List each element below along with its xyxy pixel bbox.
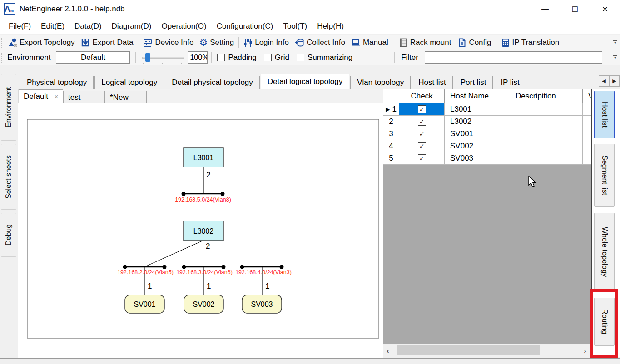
menu-tool[interactable]: Tool(T) (278, 22, 312, 31)
menu-file[interactable]: File(F) (4, 22, 36, 31)
summarizing-checkbox[interactable]: Summarizing (297, 53, 352, 62)
close-button[interactable]: ✕ (590, 0, 620, 18)
table-row[interactable]: 4✓SV002 (383, 140, 591, 152)
rack-mount-button[interactable]: Rack mount (395, 36, 454, 49)
tab-vlan-topology[interactable]: Vlan topology (350, 76, 411, 89)
collect-info-button[interactable]: Collect Info (292, 36, 348, 49)
export-topology-button[interactable]: Export Topology (5, 36, 78, 49)
menu-data[interactable]: Data(D) (69, 22, 107, 31)
table-row[interactable]: 5✓SV003 (383, 152, 591, 165)
vrf-cell[interactable] (583, 103, 591, 115)
grid-checkbox-box[interactable] (264, 54, 272, 61)
toolbar-overflow-icon[interactable]: ▼ (612, 55, 618, 59)
ip-translation-button[interactable]: IP Translation (498, 36, 562, 49)
column-vrf[interactable]: VRF (583, 89, 591, 103)
scrollbar-thumb[interactable] (397, 345, 540, 355)
ip-translation-icon (501, 38, 510, 48)
tab-port-list[interactable]: Port list (454, 76, 493, 89)
tab-logical-topology[interactable]: Logical topology (94, 76, 164, 89)
sheet-tab-new[interactable]: *New (105, 91, 147, 103)
setting-button[interactable]: ⚙ Setting (196, 36, 237, 49)
menu-edit[interactable]: Edit(E) (36, 22, 69, 31)
right-tab-whole-topology[interactable]: Whole topology (594, 213, 615, 291)
topology-canvas[interactable]: 22111192.168.5.0/24(Vlan8)192.168.2.0/24… (18, 103, 383, 359)
ip-translation-label: IP Translation (512, 38, 560, 47)
tab-host-list[interactable]: Host list (412, 76, 452, 89)
padding-checkbox-box[interactable] (217, 54, 225, 61)
sheet-tab-test[interactable]: test (63, 91, 105, 103)
device-info-button[interactable]: Device Info (140, 36, 196, 49)
menu-configuration[interactable]: Configuration(C) (212, 22, 278, 31)
device-node-label: SV002 (193, 300, 214, 308)
tab-scroll-right-icon[interactable]: ▶ (609, 75, 620, 87)
check-cell[interactable]: ✓ (399, 103, 445, 115)
manual-button[interactable]: Manual (348, 36, 391, 49)
vrf-cell[interactable] (583, 140, 591, 152)
tab-detail-logical-topology[interactable]: Detail logical topology (261, 74, 349, 89)
topology-diagram[interactable]: 22111192.168.5.0/24(Vlan8)192.168.2.0/24… (18, 103, 383, 359)
padding-checkbox[interactable]: Padding (217, 53, 256, 62)
description-cell[interactable] (510, 116, 583, 128)
table-row[interactable]: 2✓L3002 (383, 116, 591, 128)
vrf-cell[interactable] (583, 152, 591, 164)
export-topology-icon (7, 38, 17, 48)
horizontal-scrollbar[interactable]: ‹ › (383, 344, 591, 357)
summarizing-checkbox-box[interactable] (297, 54, 304, 61)
host-checkbox[interactable]: ✓ (418, 105, 426, 113)
minimize-button[interactable]: — (530, 0, 560, 18)
tab-scroll-left-icon[interactable]: ◀ (599, 75, 609, 87)
description-cell[interactable] (510, 152, 583, 164)
right-tab-host-list[interactable]: Host list (594, 91, 615, 138)
host-checkbox[interactable]: ✓ (418, 142, 426, 150)
description-cell[interactable] (510, 140, 583, 152)
zoom-value-field[interactable]: 100% (188, 51, 208, 64)
zoom-slider[interactable] (142, 53, 184, 63)
table-row[interactable]: ▶1✓L3001 (383, 103, 591, 116)
host-name-cell[interactable]: L3002 (445, 116, 510, 128)
description-cell[interactable] (510, 103, 583, 115)
host-name-cell[interactable]: SV002 (445, 140, 510, 152)
close-sheet-icon[interactable]: × (55, 93, 58, 100)
right-tab-segment-list[interactable]: Segment list (594, 144, 615, 207)
toolbar-overflow-icon[interactable]: ▼ (612, 40, 618, 44)
filter-input[interactable] (425, 51, 602, 64)
menu-operation[interactable]: Operation(O) (156, 22, 211, 31)
maximize-button[interactable]: ☐ (560, 0, 590, 18)
description-cell[interactable] (510, 128, 583, 140)
scroll-right-icon[interactable]: › (580, 344, 590, 357)
host-checkbox[interactable]: ✓ (418, 130, 426, 138)
column-description[interactable]: Descripition (510, 89, 583, 103)
host-checkbox[interactable]: ✓ (418, 154, 426, 162)
menu-diagram[interactable]: Diagram(D) (107, 22, 157, 31)
environment-select[interactable]: Default (56, 51, 130, 64)
sidebar-tab-debug[interactable]: Debug (1, 213, 16, 257)
menu-help[interactable]: Help(H) (312, 22, 349, 31)
check-cell[interactable]: ✓ (399, 128, 445, 140)
table-row[interactable]: 3✓SV001 (383, 128, 591, 140)
config-button[interactable]: Config (454, 36, 494, 49)
host-checkbox[interactable]: ✓ (418, 118, 426, 126)
sheet-tab-default[interactable]: Default × (19, 89, 63, 103)
tab-detail-physical-topology[interactable]: Detail physical topology (165, 76, 260, 89)
export-data-button[interactable]: Export Data (78, 36, 136, 49)
column-check[interactable]: Check (399, 89, 445, 103)
sidebar-tab-environment[interactable]: Environment (1, 74, 16, 141)
zoom-slider-thumb[interactable] (145, 53, 150, 62)
host-name-cell[interactable]: L3001 (445, 103, 510, 115)
vrf-cell[interactable] (583, 128, 591, 140)
subnet-label: 192.168.3.0/24(Vlan6) (176, 269, 233, 275)
check-cell[interactable]: ✓ (399, 140, 445, 152)
host-name-cell[interactable]: SV001 (445, 128, 510, 140)
vrf-cell[interactable] (583, 116, 591, 128)
check-cell[interactable]: ✓ (399, 116, 445, 128)
grid-checkbox[interactable]: Grid (264, 53, 289, 62)
tab-physical-topology[interactable]: Physical topology (20, 76, 94, 89)
scroll-left-icon[interactable]: ‹ (383, 344, 393, 357)
check-cell[interactable]: ✓ (399, 152, 445, 164)
tab-ip-list[interactable]: IP list (494, 76, 526, 89)
column-host-name[interactable]: Host Name (445, 89, 510, 103)
sidebar-tab-select-sheets[interactable]: Select sheets (1, 144, 16, 210)
login-info-button[interactable]: Login Info (241, 36, 292, 49)
host-name-cell[interactable]: SV003 (445, 152, 510, 164)
right-tab-routing[interactable]: Routing (594, 298, 615, 346)
